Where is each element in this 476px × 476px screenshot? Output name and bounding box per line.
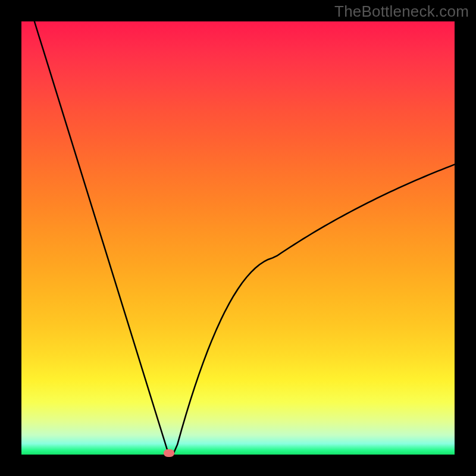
chart-container: TheBottleneck.com xyxy=(0,0,476,476)
bottleneck-curve xyxy=(35,21,455,455)
minimum-marker xyxy=(164,449,174,457)
plot-area xyxy=(21,21,455,455)
curve-layer xyxy=(21,21,455,455)
watermark-text: TheBottleneck.com xyxy=(334,2,469,21)
